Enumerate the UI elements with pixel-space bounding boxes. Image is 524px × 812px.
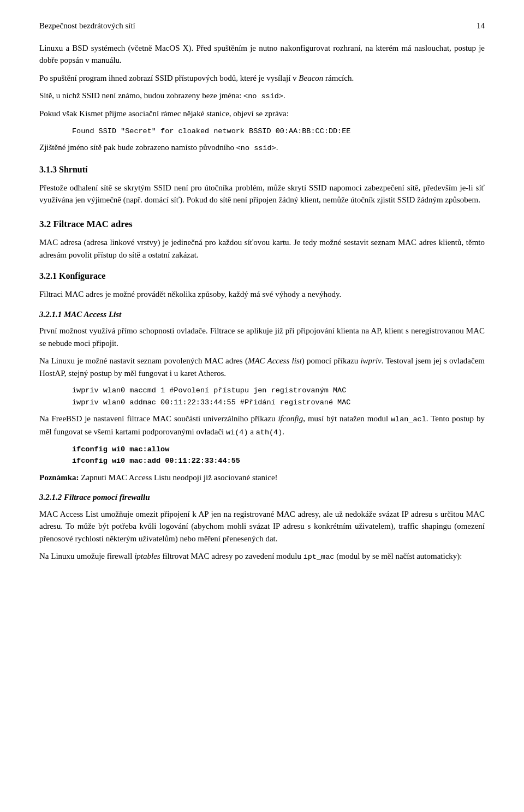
para-3211-2-italic: MAC Access list [248, 356, 302, 365]
code-block-2-line1: iwpriv wlan0 maccmd 1 #Povolení přístupu… [72, 385, 485, 397]
intro-paragraph-4: Pokud však Kismet přijme asociační rámec… [39, 108, 485, 120]
code-block-2: iwpriv wlan0 maccmd 1 #Povolení přístupu… [72, 385, 485, 408]
intro-para3-text: Sítě, u nichž SSID není známo, budou zob… [39, 91, 243, 100]
para-3211-3-code: wlan_acl [391, 415, 426, 423]
para-after-code1: Zjištěné jméno sítě pak bude zobrazeno n… [39, 141, 485, 154]
para-3211-3-start: Na FreeBSD je nastavení filtrace MAC sou… [39, 414, 278, 423]
section-313: 3.1.3 Shrnutí [39, 163, 485, 176]
poznamka-bold: Poznámka: [39, 473, 79, 482]
page-header-number: 14 [477, 20, 485, 32]
para-after-code1-end: . [276, 143, 278, 152]
para-32: MAC adresa (adresa linkové vrstvy) je je… [39, 236, 485, 261]
para-3211-2-mid: ) pomocí příkazu [302, 356, 361, 365]
para-3211-2-italic2: iwpriv [360, 356, 381, 365]
para-3212-2-end: (modul by se měl načíst automaticky): [334, 552, 462, 560]
section-3211: 3.2.1.1 MAC Access List [39, 308, 485, 321]
section-3212: 3.2.1.2 Filtrace pomocí firewallu [39, 491, 485, 504]
intro-paragraph-1: Linuxu a BSD systémech (včetně MacOS X).… [39, 42, 485, 67]
para-3211-3-mid: , musí být natažen modul [303, 414, 391, 423]
intro-para2-text: Po spuštění program ihned zobrazí SSID p… [39, 74, 299, 82]
intro-para2-end: rámcích. [323, 74, 354, 82]
para-3212-2-mid: filtrovat MAC adresy po zavedení modulu [160, 552, 303, 560]
page-header: Bezpečnost bezdrátových sítí 14 [39, 20, 485, 32]
para-321: Filtraci MAC adres je možné provádět něk… [39, 288, 485, 301]
para-3212-1: MAC Access List umožňuje omezit připojen… [39, 508, 485, 545]
para-3211-3-code2: wi(4) [226, 428, 248, 437]
poznamka: Poznámka: Zapnutí MAC Access Listu neodp… [39, 471, 485, 484]
code-block-3-line1: ifconfig wi0 mac:allow [72, 444, 485, 456]
page-header-title: Bezpečnost bezdrátových sítí [39, 20, 135, 32]
para-3211-2-start: Na Linuxu je možné nastavit seznam povol… [39, 356, 248, 365]
code-block-1-line1: Found SSID "Secret" for cloaked network … [72, 127, 350, 135]
intro-paragraph-3: Sítě, u nichž SSID není známo, budou zob… [39, 89, 485, 102]
para-3211-3-end2: . [282, 427, 284, 436]
para-3212-2-code: ipt_mac [303, 553, 335, 561]
para-3212-2-start: Na Linuxu umožuje firewall [39, 552, 134, 560]
intro-paragraph-2: Po spuštění program ihned zobrazí SSID p… [39, 72, 485, 85]
para-3211-3-italic: ifconfig [278, 414, 303, 423]
para-3211-3: Na FreeBSD je nastavení filtrace MAC sou… [39, 413, 485, 438]
code-block-1: Found SSID "Secret" for cloaked network … [72, 126, 485, 138]
code-block-3: ifconfig wi0 mac:allow ifconfig wi0 mac:… [72, 444, 485, 467]
para-3212-2: Na Linuxu umožuje firewall iptables filt… [39, 550, 485, 563]
intro-para3-end: . [283, 91, 285, 100]
intro-para3-code: <no ssid> [243, 92, 283, 100]
para-after-code1-text: Zjištěné jméno sítě pak bude zobrazeno n… [39, 143, 236, 152]
para-3211-3-code3: ath(4) [256, 428, 283, 437]
poznamka-text: Zapnutí MAC Access Listu neodpojí již as… [79, 473, 278, 482]
section-32: 3.2 Filtrace MAC adres [39, 217, 485, 231]
para-313: Přestože odhalení sítě se skrytým SSID n… [39, 182, 485, 206]
para-after-code1-code: <no ssid> [236, 144, 276, 152]
intro-para2-italic: Beacon [299, 74, 323, 82]
code-block-2-line2: iwpriv wlan0 addmac 00:11:22:33:44:55 #P… [72, 397, 485, 409]
section-321: 3.2.1 Konfigurace [39, 270, 485, 283]
para-3211-1: První možnost využívá přímo schopnosti o… [39, 325, 485, 349]
code-block-3-line2: ifconfig wi0 mac:add 00:11:22:33:44:55 [72, 455, 485, 467]
para-3211-2: Na Linuxu je možné nastavit seznam povol… [39, 355, 485, 379]
para-3211-3-mid2: a [248, 427, 256, 436]
para-3212-2-italic: iptables [134, 552, 160, 560]
